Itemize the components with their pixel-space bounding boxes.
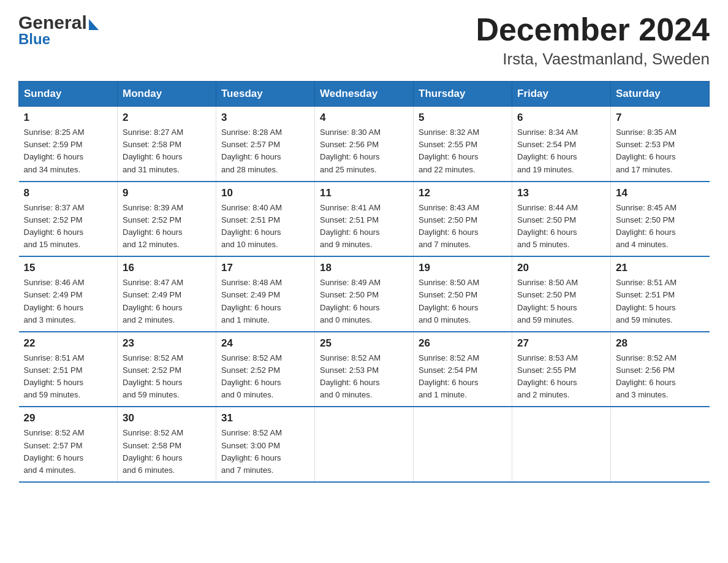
day-number: 27 bbox=[517, 337, 605, 350]
day-info: Sunrise: 8:34 AMSunset: 2:54 PMDaylight:… bbox=[517, 126, 605, 176]
calendar-header-row: Sunday Monday Tuesday Wednesday Thursday… bbox=[19, 82, 710, 107]
day-number: 20 bbox=[517, 262, 605, 274]
day-info: Sunrise: 8:52 AMSunset: 2:53 PMDaylight:… bbox=[320, 352, 408, 402]
table-row: 14 Sunrise: 8:45 AMSunset: 2:50 PMDaylig… bbox=[611, 182, 710, 257]
table-row: 19 Sunrise: 8:50 AMSunset: 2:50 PMDaylig… bbox=[414, 256, 512, 332]
table-row: 26 Sunrise: 8:52 AMSunset: 2:54 PMDaylig… bbox=[414, 332, 512, 407]
calendar-title-block: December 2024 Irsta, Vaestmanland, Swede… bbox=[476, 12, 710, 69]
day-number: 10 bbox=[221, 187, 309, 199]
day-number: 16 bbox=[123, 262, 211, 274]
table-row: 5 Sunrise: 8:32 AMSunset: 2:55 PMDayligh… bbox=[414, 107, 512, 182]
header-sunday: Sunday bbox=[19, 82, 118, 107]
day-info: Sunrise: 8:40 AMSunset: 2:51 PMDaylight:… bbox=[221, 202, 309, 251]
day-info: Sunrise: 8:50 AMSunset: 2:50 PMDaylight:… bbox=[517, 277, 605, 326]
day-number: 25 bbox=[320, 337, 408, 350]
calendar-week-row: 8 Sunrise: 8:37 AMSunset: 2:52 PMDayligh… bbox=[19, 182, 710, 257]
day-number: 24 bbox=[221, 337, 309, 350]
day-number: 28 bbox=[616, 337, 705, 350]
day-info: Sunrise: 8:35 AMSunset: 2:53 PMDaylight:… bbox=[616, 126, 705, 176]
day-info: Sunrise: 8:50 AMSunset: 2:50 PMDaylight:… bbox=[419, 277, 507, 326]
table-row: 27 Sunrise: 8:53 AMSunset: 2:55 PMDaylig… bbox=[512, 332, 611, 407]
table-row bbox=[414, 407, 512, 482]
day-info: Sunrise: 8:52 AMSunset: 2:52 PMDaylight:… bbox=[221, 352, 309, 402]
day-info: Sunrise: 8:28 AMSunset: 2:57 PMDaylight:… bbox=[221, 126, 309, 176]
day-info: Sunrise: 8:52 AMSunset: 2:52 PMDaylight:… bbox=[123, 352, 211, 402]
day-info: Sunrise: 8:43 AMSunset: 2:50 PMDaylight:… bbox=[419, 202, 507, 251]
day-info: Sunrise: 8:41 AMSunset: 2:51 PMDaylight:… bbox=[320, 202, 408, 251]
header-thursday: Thursday bbox=[414, 82, 512, 107]
day-number: 17 bbox=[221, 262, 309, 274]
day-info: Sunrise: 8:52 AMSunset: 2:54 PMDaylight:… bbox=[419, 352, 507, 402]
day-info: Sunrise: 8:51 AMSunset: 2:51 PMDaylight:… bbox=[616, 277, 705, 326]
day-info: Sunrise: 8:30 AMSunset: 2:56 PMDaylight:… bbox=[320, 126, 408, 176]
day-number: 26 bbox=[419, 337, 507, 350]
day-info: Sunrise: 8:52 AMSunset: 2:56 PMDaylight:… bbox=[616, 352, 705, 402]
table-row bbox=[512, 407, 611, 482]
calendar-week-row: 1 Sunrise: 8:25 AMSunset: 2:59 PMDayligh… bbox=[19, 107, 710, 182]
table-row: 16 Sunrise: 8:47 AMSunset: 2:49 PMDaylig… bbox=[118, 256, 216, 332]
day-number: 5 bbox=[419, 112, 507, 124]
table-row: 9 Sunrise: 8:39 AMSunset: 2:52 PMDayligh… bbox=[118, 182, 216, 257]
day-info: Sunrise: 8:52 AMSunset: 2:58 PMDaylight:… bbox=[123, 427, 211, 477]
logo-blue-text: Blue bbox=[18, 31, 99, 48]
day-number: 6 bbox=[517, 112, 605, 124]
day-info: Sunrise: 8:48 AMSunset: 2:49 PMDaylight:… bbox=[221, 277, 309, 326]
logo-triangle-icon bbox=[89, 19, 99, 30]
table-row: 6 Sunrise: 8:34 AMSunset: 2:54 PMDayligh… bbox=[512, 107, 611, 182]
day-info: Sunrise: 8:39 AMSunset: 2:52 PMDaylight:… bbox=[123, 202, 211, 251]
day-number: 18 bbox=[320, 262, 408, 274]
header-tuesday: Tuesday bbox=[216, 82, 315, 107]
table-row: 22 Sunrise: 8:51 AMSunset: 2:51 PMDaylig… bbox=[19, 332, 118, 407]
day-number: 2 bbox=[123, 112, 211, 124]
day-number: 15 bbox=[24, 262, 113, 274]
day-info: Sunrise: 8:49 AMSunset: 2:50 PMDaylight:… bbox=[320, 277, 408, 326]
day-number: 29 bbox=[24, 412, 113, 424]
day-info: Sunrise: 8:44 AMSunset: 2:50 PMDaylight:… bbox=[517, 202, 605, 251]
location-subtitle: Irsta, Vaestmanland, Sweden bbox=[476, 50, 710, 69]
table-row: 17 Sunrise: 8:48 AMSunset: 2:49 PMDaylig… bbox=[216, 256, 315, 332]
day-number: 30 bbox=[123, 412, 211, 424]
header-saturday: Saturday bbox=[611, 82, 710, 107]
table-row: 15 Sunrise: 8:46 AMSunset: 2:49 PMDaylig… bbox=[19, 256, 118, 332]
day-info: Sunrise: 8:45 AMSunset: 2:50 PMDaylight:… bbox=[616, 202, 705, 251]
table-row: 29 Sunrise: 8:52 AMSunset: 2:57 PMDaylig… bbox=[19, 407, 118, 482]
logo-general-text: General bbox=[18, 12, 87, 33]
day-info: Sunrise: 8:32 AMSunset: 2:55 PMDaylight:… bbox=[419, 126, 507, 176]
day-number: 23 bbox=[123, 337, 211, 350]
table-row: 24 Sunrise: 8:52 AMSunset: 2:52 PMDaylig… bbox=[216, 332, 315, 407]
day-info: Sunrise: 8:47 AMSunset: 2:49 PMDaylight:… bbox=[123, 277, 211, 326]
header-monday: Monday bbox=[118, 82, 216, 107]
day-info: Sunrise: 8:27 AMSunset: 2:58 PMDaylight:… bbox=[123, 126, 211, 176]
table-row: 20 Sunrise: 8:50 AMSunset: 2:50 PMDaylig… bbox=[512, 256, 611, 332]
day-info: Sunrise: 8:46 AMSunset: 2:49 PMDaylight:… bbox=[24, 277, 113, 326]
day-info: Sunrise: 8:52 AMSunset: 3:00 PMDaylight:… bbox=[221, 427, 309, 477]
day-info: Sunrise: 8:51 AMSunset: 2:51 PMDaylight:… bbox=[24, 352, 113, 402]
day-info: Sunrise: 8:37 AMSunset: 2:52 PMDaylight:… bbox=[24, 202, 113, 251]
table-row: 7 Sunrise: 8:35 AMSunset: 2:53 PMDayligh… bbox=[611, 107, 710, 182]
day-number: 3 bbox=[221, 112, 309, 124]
day-number: 13 bbox=[517, 187, 605, 199]
table-row: 3 Sunrise: 8:28 AMSunset: 2:57 PMDayligh… bbox=[216, 107, 315, 182]
table-row: 21 Sunrise: 8:51 AMSunset: 2:51 PMDaylig… bbox=[611, 256, 710, 332]
logo: General Blue bbox=[18, 12, 99, 48]
day-number: 11 bbox=[320, 187, 408, 199]
table-row: 13 Sunrise: 8:44 AMSunset: 2:50 PMDaylig… bbox=[512, 182, 611, 257]
day-number: 1 bbox=[24, 112, 113, 124]
page-header: General Blue December 2024 Irsta, Vaestm… bbox=[18, 12, 710, 69]
table-row: 4 Sunrise: 8:30 AMSunset: 2:56 PMDayligh… bbox=[315, 107, 414, 182]
calendar-week-row: 15 Sunrise: 8:46 AMSunset: 2:49 PMDaylig… bbox=[19, 256, 710, 332]
table-row: 30 Sunrise: 8:52 AMSunset: 2:58 PMDaylig… bbox=[118, 407, 216, 482]
day-number: 4 bbox=[320, 112, 408, 124]
table-row bbox=[611, 407, 710, 482]
day-number: 12 bbox=[419, 187, 507, 199]
table-row: 28 Sunrise: 8:52 AMSunset: 2:56 PMDaylig… bbox=[611, 332, 710, 407]
day-number: 21 bbox=[616, 262, 705, 274]
day-number: 22 bbox=[24, 337, 113, 350]
table-row bbox=[315, 407, 414, 482]
calendar-week-row: 29 Sunrise: 8:52 AMSunset: 2:57 PMDaylig… bbox=[19, 407, 710, 482]
day-number: 14 bbox=[616, 187, 705, 199]
table-row: 31 Sunrise: 8:52 AMSunset: 3:00 PMDaylig… bbox=[216, 407, 315, 482]
table-row: 2 Sunrise: 8:27 AMSunset: 2:58 PMDayligh… bbox=[118, 107, 216, 182]
table-row: 11 Sunrise: 8:41 AMSunset: 2:51 PMDaylig… bbox=[315, 182, 414, 257]
day-number: 8 bbox=[24, 187, 113, 199]
